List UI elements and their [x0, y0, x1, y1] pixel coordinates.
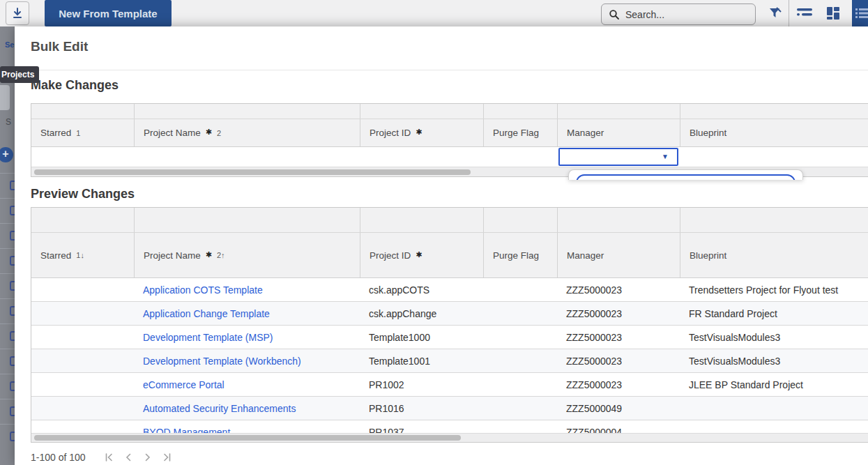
project-link[interactable]: Application COTS Template	[143, 284, 263, 296]
title-divider	[15, 70, 868, 70]
project-icon	[10, 432, 15, 441]
column-header-starred[interactable]: Starred 1	[31, 119, 134, 146]
blueprint-cell: TestVisualsModules3	[680, 326, 868, 349]
required-icon: ✱	[206, 250, 212, 259]
blueprint-cell: Trendsetters Project for Flyout test	[680, 278, 868, 301]
manager-cell: ZZZ5000023	[557, 278, 680, 301]
project-link[interactable]: Development Template (MSP)	[143, 332, 273, 343]
manager-cell: ZZZ5000023	[557, 349, 680, 372]
column-header-row: Starred 1↓ Project Name ✱ 2↑ Project ID …	[31, 233, 868, 278]
table-row[interactable]: Application COTS Template csk.appCOTS ZZ…	[31, 278, 868, 302]
project-icon	[10, 256, 15, 266]
sidebar-item[interactable]	[0, 323, 15, 349]
sidebar-item[interactable]	[0, 374, 15, 399]
column-header-manager[interactable]: Manager	[557, 119, 680, 146]
sidebar-item[interactable]	[0, 399, 15, 424]
table-row[interactable]: Development Template (Workbench) Templat…	[31, 349, 868, 373]
sidebar-button-partial[interactable]	[0, 85, 10, 110]
project-link[interactable]: Development Template (Workbench)	[143, 356, 301, 367]
search-input[interactable]	[625, 9, 737, 20]
sidebar-item[interactable]	[0, 173, 15, 198]
project-link[interactable]: Application Change Template	[143, 308, 270, 319]
dropdown-search-input[interactable]	[576, 174, 795, 180]
manager-cell: ZZZ5000004	[557, 420, 680, 433]
list-icon	[855, 7, 868, 20]
bars-icon	[796, 6, 816, 20]
sidebar-item[interactable]	[0, 298, 15, 323]
timeline-view-button[interactable]	[796, 6, 816, 20]
column-header-manager[interactable]: Manager	[557, 233, 680, 277]
sidebar-item[interactable]	[0, 424, 15, 449]
add-button[interactable]: +	[0, 147, 13, 162]
download-icon	[10, 6, 24, 20]
column-header-project-id[interactable]: Project ID ✱	[360, 233, 483, 277]
last-page-button[interactable]	[161, 451, 174, 464]
scrollbar-thumb[interactable]	[34, 169, 471, 175]
project-icon	[10, 381, 15, 391]
previous-page-button[interactable]	[122, 451, 135, 464]
column-header-project-name[interactable]: Project Name ✱ 2↑	[134, 233, 360, 277]
bulk-edit-modal: Bulk Edit Make Changes Starred 1 Project…	[15, 26, 868, 465]
new-from-template-button[interactable]: New From Template	[45, 0, 172, 26]
list-view-button-active[interactable]	[852, 0, 868, 26]
sidebar-section-label: S	[6, 117, 11, 127]
group-header-row	[31, 104, 868, 119]
blueprint-cell: FR Standard Project	[680, 302, 868, 325]
column-header-project-id[interactable]: Project ID ✱	[360, 119, 483, 146]
table-row[interactable]: eCommerce Portal PR1002 ZZZ5000023 JLEE …	[31, 373, 868, 397]
left-sidebar: Se S +	[0, 26, 15, 465]
project-link[interactable]: eCommerce Portal	[143, 379, 224, 390]
projects-tooltip: Projects	[0, 66, 39, 83]
search-icon	[609, 9, 620, 20]
blueprint-cell: JLEE BP Standard Project	[680, 373, 868, 396]
sidebar-item-list	[0, 173, 15, 449]
table-row[interactable]: BYOD Management PR1037 ZZZ5000004	[31, 420, 868, 433]
first-page-button[interactable]	[102, 451, 115, 464]
filter-button[interactable]	[764, 2, 786, 24]
pagination: 1-100 of 100	[31, 447, 174, 465]
search-box[interactable]	[601, 3, 756, 25]
next-page-button[interactable]	[142, 451, 154, 464]
manager-dropdown[interactable]: ▼	[558, 148, 678, 166]
import-button[interactable]	[6, 1, 29, 25]
top-toolbar: New From Template	[0, 0, 868, 26]
sidebar-item[interactable]	[0, 273, 15, 298]
sort-order-badge: 2	[217, 129, 221, 137]
project-icon	[10, 281, 15, 291]
table-row[interactable]: Automated Security Enhancements PR1016 Z…	[31, 397, 868, 420]
column-header-project-name[interactable]: Project Name ✱ 2	[134, 119, 360, 146]
sidebar-item[interactable]	[0, 198, 15, 223]
scrollbar-thumb[interactable]	[34, 435, 461, 441]
project-id-cell: csk.appCOTS	[360, 278, 483, 301]
bulk-edit-input-row: ▼	[31, 147, 868, 167]
sidebar-top-label: Se	[5, 40, 14, 49]
column-header-starred[interactable]: Starred 1↓	[31, 233, 134, 277]
app-screen: New From Template	[0, 0, 868, 465]
sidebar-item[interactable]	[0, 248, 15, 273]
blueprint-cell	[680, 397, 868, 420]
column-header-purge-flag[interactable]: Purge Flag	[483, 233, 557, 277]
column-header-blueprint[interactable]: Blueprint	[680, 233, 868, 277]
toolbar-divider	[789, 0, 789, 26]
project-id-cell: PR1037	[360, 420, 483, 433]
manager-cell: ZZZ5000049	[557, 397, 680, 420]
required-icon: ✱	[206, 128, 212, 137]
board-view-button[interactable]	[825, 6, 841, 21]
table-row[interactable]: Development Template (MSP) Template1000 …	[31, 326, 868, 349]
sort-order-badge: 1	[76, 129, 80, 137]
project-id-cell: PR1016	[360, 397, 483, 420]
column-header-blueprint[interactable]: Blueprint	[680, 119, 868, 146]
project-link[interactable]: Automated Security Enhancements	[143, 403, 296, 414]
project-link[interactable]: BYOD Management	[143, 427, 230, 434]
sidebar-item[interactable]	[0, 349, 15, 374]
column-header-purge-flag[interactable]: Purge Flag	[483, 119, 557, 146]
project-icon	[10, 331, 15, 341]
sidebar-item[interactable]	[0, 223, 15, 248]
manager-cell: ZZZ5000023	[557, 302, 680, 325]
horizontal-scrollbar[interactable]	[31, 433, 868, 442]
make-changes-table: Starred 1 Project Name ✱ 2 Project ID ✱ …	[31, 103, 868, 177]
project-icon	[10, 306, 15, 316]
table-row[interactable]: Application Change Template csk.appChang…	[31, 302, 868, 326]
project-id-cell: Template1000	[360, 326, 483, 349]
blueprint-cell: TestVisualsModules3	[680, 349, 868, 372]
